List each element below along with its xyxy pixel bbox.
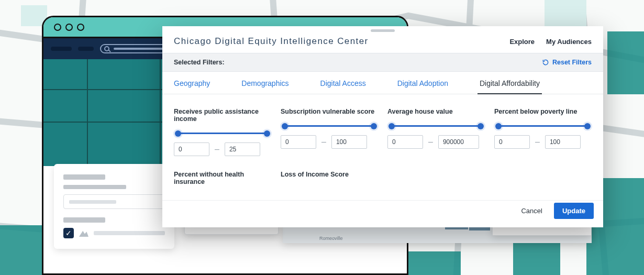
refresh-icon <box>542 59 549 66</box>
min-input[interactable] <box>281 135 316 149</box>
nav-my-audiences[interactable]: My Audiences <box>546 38 592 46</box>
filter-label: Percent without health insurance <box>174 171 271 185</box>
tab-geography[interactable]: Geography <box>174 79 210 94</box>
tab-digital-access[interactable]: Digital Access <box>320 79 366 94</box>
min-input[interactable] <box>494 135 530 149</box>
svg-rect-6 <box>607 31 644 94</box>
max-input[interactable] <box>438 135 479 149</box>
nav-explore[interactable]: Explore <box>509 38 535 46</box>
cancel-button[interactable]: Cancel <box>518 203 545 219</box>
window-controls <box>54 24 84 31</box>
map-label: Romeoville <box>319 236 343 241</box>
filter-no-health-insurance: Percent without health insurance <box>174 171 271 193</box>
filter-public-assistance: Receives public assistance income – <box>174 108 271 156</box>
range-slider[interactable] <box>284 123 375 129</box>
filter-label: Receives public assistance income <box>174 108 271 123</box>
range-slider[interactable] <box>177 130 268 136</box>
reset-filters-button[interactable]: Reset Filters <box>542 59 592 66</box>
filter-loss-of-income: Loss of Income Score <box>281 171 378 193</box>
layer-icon <box>79 229 88 237</box>
min-input[interactable] <box>174 142 209 156</box>
max-input[interactable] <box>545 135 581 149</box>
min-input[interactable] <box>387 135 423 149</box>
filter-below-poverty: Percent below poverty line – <box>494 108 592 156</box>
range-slider[interactable] <box>391 123 482 129</box>
range-slider[interactable] <box>497 123 589 129</box>
max-input[interactable] <box>225 142 260 156</box>
filter-label: Subscription vulnerable score <box>281 108 378 115</box>
tab-digital-affordability[interactable]: Digital Affordability <box>480 79 540 94</box>
filter-label: Loss of Income Score <box>281 171 378 178</box>
app-title: Chicago Digital Equity Intelligence Cent… <box>174 36 369 47</box>
sidebar-panel: ✓ <box>54 164 174 249</box>
filter-tabs: Geography Demographics Digital Access Di… <box>162 72 603 94</box>
svg-rect-8 <box>545 0 586 26</box>
update-button[interactable]: Update <box>554 203 594 219</box>
tab-digital-adoption[interactable]: Digital Adoption <box>397 79 448 94</box>
sidebar-input-stub <box>63 194 165 209</box>
filter-label: Average house value <box>387 108 485 115</box>
selected-filters-label: Selected Filters: <box>174 59 225 66</box>
filter-modal: Chicago Digital Equity Intelligence Cent… <box>162 26 603 227</box>
filter-avg-house-value: Average house value – <box>387 108 485 156</box>
filter-label: Percent below poverty line <box>494 108 592 115</box>
filter-subscription-vulnerable: Subscription vulnerable score – <box>281 108 378 156</box>
checkbox-sidebar[interactable]: ✓ <box>63 228 74 238</box>
max-input[interactable] <box>331 135 367 149</box>
tab-demographics[interactable]: Demographics <box>241 79 288 94</box>
